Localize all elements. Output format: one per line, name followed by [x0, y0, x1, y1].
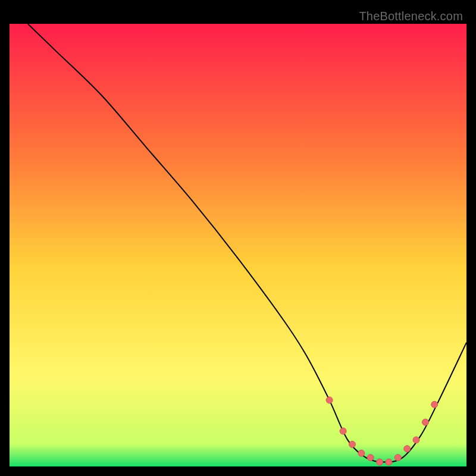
marker-dot — [413, 437, 419, 443]
marker-dot — [422, 419, 428, 425]
marker-dot — [349, 441, 356, 447]
marker-dot — [431, 401, 438, 408]
marker-dot — [358, 450, 365, 456]
marker-dot — [377, 459, 383, 465]
marker-dot — [340, 428, 346, 434]
gradient-background — [10, 24, 466, 466]
marker-dot — [386, 459, 392, 465]
marker-dot — [367, 455, 374, 461]
marker-dot — [404, 446, 411, 452]
marker-dot — [394, 455, 401, 461]
chart-frame: TheBottleneck.com — [10, 10, 466, 466]
bottleneck-chart — [10, 10, 466, 466]
marker-dot — [326, 397, 333, 403]
